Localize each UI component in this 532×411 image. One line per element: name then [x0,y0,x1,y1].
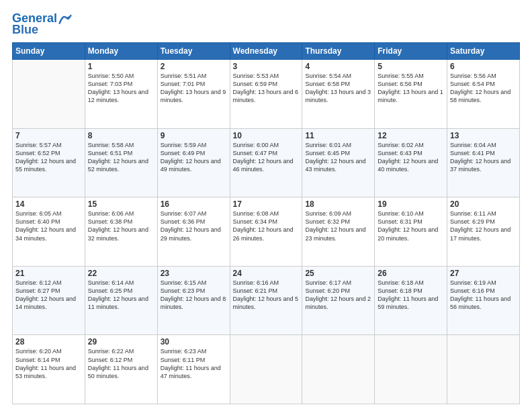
cell-info: Sunrise: 5:59 AMSunset: 6:49 PMDaylight:… [161,141,227,174]
day-number: 14 [15,199,82,209]
calendar-cell [230,335,302,404]
calendar-cell: 23Sunrise: 6:15 AMSunset: 6:23 PMDayligh… [157,266,230,335]
cell-info: Sunrise: 5:56 AMSunset: 6:54 PMDaylight:… [450,72,517,105]
day-number: 27 [450,269,517,278]
calendar-cell: 13Sunrise: 6:04 AMSunset: 6:41 PMDayligh… [447,128,520,197]
cell-info: Sunrise: 6:14 AMSunset: 6:25 PMDaylight:… [88,279,154,312]
day-number: 13 [450,131,517,140]
calendar-cell: 24Sunrise: 6:16 AMSunset: 6:21 PMDayligh… [230,266,302,335]
cell-info: Sunrise: 5:50 AMSunset: 7:03 PMDaylight:… [88,72,154,105]
cell-info: Sunrise: 5:54 AMSunset: 6:58 PMDaylight:… [305,72,371,105]
day-number: 3 [233,62,300,71]
day-number: 2 [161,62,227,71]
calendar-header-row: SundayMondayTuesdayWednesdayThursdayFrid… [13,43,520,60]
cell-info: Sunrise: 6:04 AMSunset: 6:41 PMDaylight:… [450,141,517,174]
calendar-cell: 15Sunrise: 6:06 AMSunset: 6:38 PMDayligh… [85,197,157,267]
calendar-cell: 18Sunrise: 6:09 AMSunset: 6:32 PMDayligh… [302,197,375,267]
cell-info: Sunrise: 5:58 AMSunset: 6:51 PMDaylight:… [88,141,154,174]
day-number: 23 [161,269,227,278]
cell-info: Sunrise: 6:05 AMSunset: 6:40 PMDaylight:… [15,210,82,242]
calendar-cell: 16Sunrise: 6:07 AMSunset: 6:36 PMDayligh… [157,197,230,267]
day-number: 6 [450,62,517,71]
day-number: 1 [88,62,154,71]
cell-info: Sunrise: 6:01 AMSunset: 6:45 PMDaylight:… [305,141,371,174]
calendar-week-row: 14Sunrise: 6:05 AMSunset: 6:40 PMDayligh… [13,197,520,267]
calendar-cell: 21Sunrise: 6:12 AMSunset: 6:27 PMDayligh… [13,266,85,335]
cell-info: Sunrise: 6:19 AMSunset: 6:16 PMDaylight:… [450,279,517,312]
calendar-cell: 29Sunrise: 6:22 AMSunset: 6:12 PMDayligh… [85,335,157,404]
calendar-cell: 28Sunrise: 6:20 AMSunset: 6:14 PMDayligh… [13,335,85,404]
header-friday: Friday [375,43,447,60]
day-number: 17 [233,199,300,209]
cell-info: Sunrise: 6:17 AMSunset: 6:20 PMDaylight:… [305,279,371,312]
calendar-cell: 11Sunrise: 6:01 AMSunset: 6:45 PMDayligh… [302,128,375,197]
day-number: 28 [15,337,82,347]
header-saturday: Saturday [447,43,520,60]
cell-info: Sunrise: 6:10 AMSunset: 6:31 PMDaylight:… [378,210,444,242]
cell-info: Sunrise: 6:15 AMSunset: 6:23 PMDaylight:… [161,279,227,312]
cell-info: Sunrise: 6:23 AMSunset: 6:11 PMDaylight:… [161,347,227,380]
calendar-cell: 25Sunrise: 6:17 AMSunset: 6:20 PMDayligh… [302,266,375,335]
cell-info: Sunrise: 6:16 AMSunset: 6:21 PMDaylight:… [233,279,300,312]
calendar-cell: 2Sunrise: 5:51 AMSunset: 7:01 PMDaylight… [157,60,230,129]
day-number: 12 [378,131,444,140]
cell-info: Sunrise: 5:55 AMSunset: 6:56 PMDaylight:… [378,72,444,105]
day-number: 4 [305,62,371,71]
calendar-week-row: 1Sunrise: 5:50 AMSunset: 7:03 PMDaylight… [13,60,520,129]
calendar-cell [13,60,85,129]
day-number: 9 [161,131,227,140]
day-number: 15 [88,199,154,209]
day-number: 22 [88,269,154,278]
cell-info: Sunrise: 6:22 AMSunset: 6:12 PMDaylight:… [88,347,154,380]
day-number: 10 [233,131,300,140]
logo-icon [58,12,72,26]
calendar-cell: 17Sunrise: 6:08 AMSunset: 6:34 PMDayligh… [230,197,302,267]
calendar-cell: 6Sunrise: 5:56 AMSunset: 6:54 PMDaylight… [447,60,520,129]
calendar-cell [302,335,375,404]
day-number: 20 [450,199,517,209]
calendar-cell: 9Sunrise: 5:59 AMSunset: 6:49 PMDaylight… [157,128,230,197]
cell-info: Sunrise: 6:02 AMSunset: 6:43 PMDaylight:… [378,141,444,174]
header-wednesday: Wednesday [230,43,302,60]
header-thursday: Thursday [302,43,375,60]
calendar-cell: 12Sunrise: 6:02 AMSunset: 6:43 PMDayligh… [375,128,447,197]
calendar-cell: 14Sunrise: 6:05 AMSunset: 6:40 PMDayligh… [13,197,85,267]
calendar-cell: 20Sunrise: 6:11 AMSunset: 6:29 PMDayligh… [447,197,520,267]
calendar-cell: 19Sunrise: 6:10 AMSunset: 6:31 PMDayligh… [375,197,447,267]
calendar-cell: 3Sunrise: 5:53 AMSunset: 6:59 PMDaylight… [230,60,302,129]
calendar-cell: 30Sunrise: 6:23 AMSunset: 6:11 PMDayligh… [157,335,230,404]
page-header: General Blue [12,12,520,37]
header-tuesday: Tuesday [157,43,230,60]
calendar-cell: 27Sunrise: 6:19 AMSunset: 6:16 PMDayligh… [447,266,520,335]
calendar-cell: 8Sunrise: 5:58 AMSunset: 6:51 PMDaylight… [85,128,157,197]
calendar-cell: 22Sunrise: 6:14 AMSunset: 6:25 PMDayligh… [85,266,157,335]
cell-info: Sunrise: 6:20 AMSunset: 6:14 PMDaylight:… [15,347,82,380]
cell-info: Sunrise: 6:07 AMSunset: 6:36 PMDaylight:… [161,210,227,242]
cell-info: Sunrise: 5:57 AMSunset: 6:52 PMDaylight:… [15,141,82,174]
cell-info: Sunrise: 6:11 AMSunset: 6:29 PMDaylight:… [450,210,517,242]
calendar-table: SundayMondayTuesdayWednesdayThursdayFrid… [12,42,520,404]
day-number: 30 [161,337,227,347]
day-number: 7 [15,131,82,140]
calendar-cell: 4Sunrise: 5:54 AMSunset: 6:58 PMDaylight… [302,60,375,129]
day-number: 24 [233,269,300,278]
cell-info: Sunrise: 6:08 AMSunset: 6:34 PMDaylight:… [233,210,300,242]
cell-info: Sunrise: 5:53 AMSunset: 6:59 PMDaylight:… [233,72,300,105]
day-number: 16 [161,199,227,209]
cell-info: Sunrise: 6:12 AMSunset: 6:27 PMDaylight:… [15,279,82,312]
calendar-cell: 26Sunrise: 6:18 AMSunset: 6:18 PMDayligh… [375,266,447,335]
calendar-cell: 7Sunrise: 5:57 AMSunset: 6:52 PMDaylight… [13,128,85,197]
day-number: 21 [15,269,82,278]
logo: General Blue [12,12,72,37]
day-number: 26 [378,269,444,278]
calendar-cell: 1Sunrise: 5:50 AMSunset: 7:03 PMDaylight… [85,60,157,129]
day-number: 19 [378,199,444,209]
cell-info: Sunrise: 5:51 AMSunset: 7:01 PMDaylight:… [161,72,227,105]
calendar-cell: 10Sunrise: 6:00 AMSunset: 6:47 PMDayligh… [230,128,302,197]
calendar-week-row: 21Sunrise: 6:12 AMSunset: 6:27 PMDayligh… [13,266,520,335]
cell-info: Sunrise: 6:06 AMSunset: 6:38 PMDaylight:… [88,210,154,242]
header-monday: Monday [85,43,157,60]
cell-info: Sunrise: 6:18 AMSunset: 6:18 PMDaylight:… [378,279,444,312]
calendar-cell [447,335,520,404]
calendar-week-row: 28Sunrise: 6:20 AMSunset: 6:14 PMDayligh… [13,335,520,404]
